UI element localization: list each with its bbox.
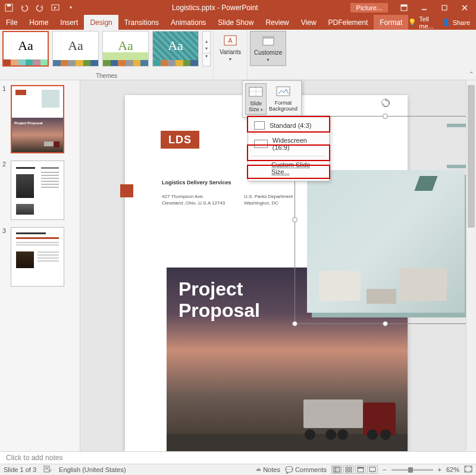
zoom-percentage[interactable]: 62%	[446, 466, 459, 473]
tab-slide-show[interactable]: Slide Show	[212, 15, 259, 30]
variants-button[interactable]: A Variants▼	[216, 31, 245, 65]
svg-rect-28	[369, 467, 375, 471]
minimize-button[interactable]	[415, 1, 433, 14]
language-indicator[interactable]: English (United States)	[59, 466, 126, 473]
slide-thumbnail-2[interactable]	[11, 161, 64, 220]
zoom-in-button[interactable]: +	[438, 466, 441, 473]
normal-view-button[interactable]	[331, 465, 342, 474]
tab-insert[interactable]: Insert	[54, 15, 84, 30]
reading-view-button[interactable]	[355, 465, 366, 474]
share-button[interactable]: 👤 Share	[442, 18, 470, 26]
vertical-scrollbar[interactable]	[466, 80, 476, 451]
theme-option-1[interactable]: Aa	[2, 31, 49, 67]
maximize-button[interactable]	[436, 1, 453, 14]
scrollbar-thumb[interactable]	[468, 85, 475, 228]
tab-view[interactable]: View	[295, 15, 322, 30]
svg-rect-12	[263, 37, 274, 39]
theme-aa-label: Aa	[4, 32, 48, 59]
address-line: 427 Thompson Ave.	[162, 193, 225, 200]
fit-to-window-button[interactable]	[464, 465, 472, 474]
widescreen-label: Widescreen (16:9)	[273, 137, 323, 151]
resize-handle-sw[interactable]	[292, 321, 298, 326]
title-line: Proposal	[178, 300, 260, 321]
theme-aa-label: Aa	[103, 32, 148, 60]
lamp-graphic	[414, 176, 437, 191]
rotate-handle[interactable]	[381, 99, 390, 107]
customize-group: Customize▼	[248, 30, 289, 80]
spellcheck-icon[interactable]	[43, 465, 52, 474]
slide-thumbnail-1[interactable]: Project Proposal	[11, 85, 64, 153]
theme-aa-label: Aa	[53, 32, 98, 60]
svg-rect-6	[442, 5, 447, 10]
zoom-slider[interactable]	[392, 469, 433, 471]
theme-option-2[interactable]: Aa	[52, 31, 99, 67]
aspect-16-9-icon	[254, 140, 268, 148]
thumb-title: Project Proposal	[14, 121, 43, 125]
decorative-square	[120, 184, 133, 197]
thumb-number: 1	[2, 85, 8, 153]
zoom-out-button[interactable]: −	[383, 466, 386, 473]
dept-line: Washington, DC	[244, 200, 293, 206]
comments-label: Comments	[295, 466, 327, 473]
dept-line: U.S. Parks Department	[244, 193, 293, 200]
svg-rect-27	[358, 467, 364, 468]
slide-sorter-view-button[interactable]	[343, 465, 354, 474]
theme-aa-label: Aa	[153, 32, 198, 60]
close-button[interactable]	[456, 1, 474, 14]
slide-size-standard[interactable]: Standard (4:3)	[248, 118, 329, 133]
tab-design[interactable]: Design	[84, 15, 118, 30]
zoom-slider-knob[interactable]	[408, 467, 413, 473]
collapse-ribbon-button[interactable]: ⌃	[469, 71, 474, 77]
theme-option-3[interactable]: Aa	[102, 31, 149, 67]
slide-size-custom[interactable]: Custom Slide Size...	[248, 158, 329, 179]
share-icon: 👤	[442, 18, 450, 26]
variants-icon: A	[223, 33, 237, 48]
tab-pdfelement[interactable]: PDFelement	[322, 15, 374, 30]
customize-label: Customize	[254, 49, 282, 56]
customize-dropdown: Slide Size ▾ Format Background	[242, 80, 302, 118]
notes-icon: ≐	[256, 466, 261, 474]
svg-rect-1	[7, 4, 11, 7]
svg-rect-25	[349, 470, 352, 472]
variants-label: Variants	[220, 49, 241, 55]
svg-rect-16	[277, 87, 290, 96]
slide-size-button[interactable]: Slide Size ▾	[245, 83, 267, 115]
slide-thumbnail-3[interactable]	[11, 227, 64, 287]
aspect-4-3-icon	[254, 121, 265, 130]
format-background-button[interactable]: Format Background	[268, 83, 299, 115]
title-bar: ▾ Logistics.pptx - PowerPoint Picture...	[0, 0, 476, 15]
tell-me-search[interactable]: 💡 Tell me...	[408, 15, 437, 30]
notes-toggle[interactable]: ≐ Notes	[256, 466, 280, 474]
department-block: U.S. Parks Department Washington, DC	[244, 193, 293, 206]
resize-handle-n[interactable]	[383, 114, 388, 119]
tab-home[interactable]: Home	[23, 15, 54, 30]
comments-toggle[interactable]: 💬 Comments	[285, 466, 327, 474]
tab-file[interactable]: File	[0, 15, 23, 30]
redo-icon[interactable]	[36, 4, 44, 12]
address-line: Cleveland ,Ohio ,U.S.A 12743	[162, 200, 225, 206]
tab-format[interactable]: Format	[374, 15, 408, 30]
slide-size-label: Slide Size	[249, 100, 262, 112]
tab-transitions[interactable]: Transitions	[118, 15, 165, 30]
customize-button[interactable]: Customize▼	[250, 31, 286, 66]
notes-placeholder: Click to add notes	[6, 454, 62, 462]
svg-text:A: A	[228, 37, 233, 44]
theme-option-4[interactable]: Aa	[152, 31, 199, 67]
themes-more-button[interactable]: ▴ ▾ ▾	[202, 31, 211, 67]
chevron-down-icon: ▼	[266, 58, 270, 62]
notes-pane[interactable]: Click to add notes	[0, 451, 476, 464]
ribbon-display-options-icon[interactable]	[395, 1, 413, 14]
undo-icon[interactable]	[20, 4, 29, 12]
start-from-beginning-icon[interactable]	[51, 4, 60, 12]
qat-more-icon[interactable]: ▾	[67, 4, 75, 12]
tab-animations[interactable]: Animations	[165, 15, 212, 30]
slide-size-widescreen[interactable]: Widescreen (16:9)	[248, 133, 329, 155]
title-bar-right: Picture...	[350, 1, 476, 14]
tab-review[interactable]: Review	[259, 15, 295, 30]
save-icon[interactable]	[5, 4, 13, 12]
slideshow-view-button[interactable]	[367, 465, 378, 474]
view-mode-switcher	[331, 465, 378, 474]
slide-counter: Slide 1 of 3	[4, 466, 36, 473]
resize-handle-w[interactable]	[292, 217, 298, 222]
resize-handle-s[interactable]	[383, 321, 388, 326]
